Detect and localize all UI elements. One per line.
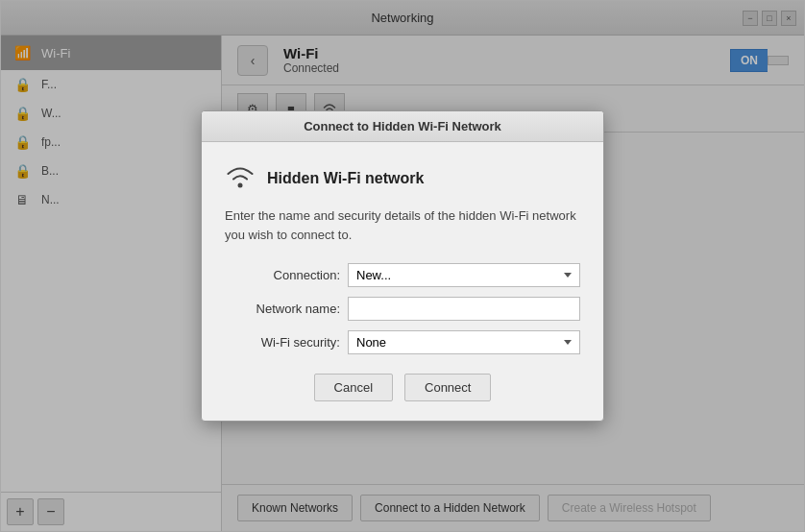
svg-point-0 [238, 183, 243, 188]
main-window: Networking − □ × 📶 Wi-Fi 🔒 F... 🔒 W... [0, 0, 805, 532]
network-name-input[interactable] [348, 297, 580, 321]
dialog-header-row: Hidden Wi-Fi network [225, 161, 580, 195]
wifi-security-label: Wi-Fi security: [225, 335, 340, 350]
cancel-button[interactable]: Cancel [314, 374, 393, 401]
wifi-security-select[interactable]: None WPA WPA2 WEP [348, 330, 580, 354]
connection-select[interactable]: New... [348, 263, 580, 287]
dialog-titlebar: Connect to Hidden Wi-Fi Network [202, 111, 603, 142]
connection-label: Connection: [225, 268, 340, 282]
dialog-overlay: Connect to Hidden Wi-Fi Network Hidden W… [1, 1, 804, 531]
dialog-heading: Hidden Wi-Fi network [267, 170, 424, 187]
dialog-description: Enter the name and security details of t… [225, 206, 580, 244]
dialog-body: Hidden Wi-Fi network Enter the name and … [202, 142, 603, 421]
network-name-label: Network name: [225, 302, 340, 316]
dialog-wifi-icon [225, 161, 256, 195]
connect-hidden-dialog: Connect to Hidden Wi-Fi Network Hidden W… [201, 110, 604, 422]
dialog-buttons: Cancel Connect [225, 374, 580, 401]
dialog-title: Connect to Hidden Wi-Fi Network [304, 119, 501, 133]
connect-button[interactable]: Connect [404, 374, 491, 401]
dialog-form: Connection: New... Network name: Wi-Fi s… [225, 263, 580, 354]
